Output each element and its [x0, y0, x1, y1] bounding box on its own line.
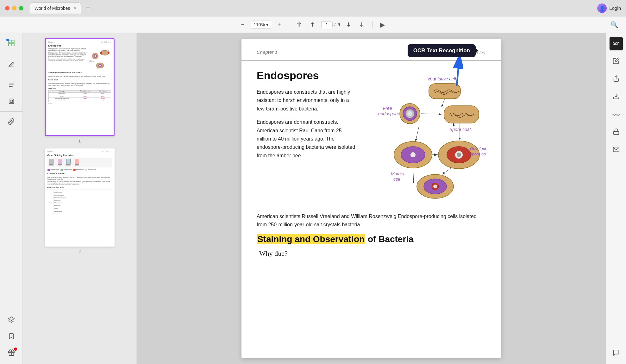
login-label: Login: [609, 5, 621, 11]
zoom-level: 110%: [254, 22, 265, 27]
paperclip-icon: [8, 118, 15, 127]
sidebar-item-bookmark[interactable]: [4, 330, 18, 344]
svg-text:Glomeromycota: Glomeromycota: [54, 202, 62, 204]
tab-title: World of Microbes: [34, 6, 70, 11]
maximize-window-button[interactable]: [19, 6, 23, 10]
bookmark-icon: [8, 333, 15, 341]
present-button[interactable]: ▶: [378, 20, 387, 30]
svg-line-76: [421, 114, 441, 114]
svg-text:Neocallimastigomycota: Neocallimastigomycota: [54, 197, 66, 198]
nav-last-button[interactable]: ⇊: [357, 20, 367, 29]
zoom-in-icon: +: [278, 21, 281, 28]
svg-text:Fungi: Fungi: [49, 202, 52, 204]
share-icon: [613, 75, 620, 84]
section-heading: Staining and Observation of Bacteria: [257, 234, 486, 244]
thumbnail-number-1: 1: [78, 139, 81, 143]
document-area: OCR Text Recognition Chapter 1 BACTERIA: [137, 33, 606, 364]
download-icon: [613, 93, 620, 101]
paragraph-2: Endospores are dormant constructs. Ameri…: [257, 118, 355, 160]
close-window-button[interactable]: [5, 6, 9, 10]
svg-rect-1: [12, 40, 14, 43]
main-layout: Chapter 1 BACTERIA Endospores Endospores…: [0, 33, 626, 364]
page-separator: /: [335, 22, 336, 27]
chevron-down-icon: ▾: [266, 22, 268, 27]
svg-text:Spore coat: Spore coat: [449, 127, 471, 132]
page-input[interactable]: [321, 21, 333, 28]
nav-prev-button[interactable]: ⬆: [308, 20, 317, 29]
search-button[interactable]: 🔍: [610, 21, 618, 28]
nav-next-button[interactable]: ⬇: [344, 20, 354, 29]
svg-text:Free: Free: [383, 106, 392, 111]
svg-text:Mother: Mother: [391, 171, 405, 176]
login-area[interactable]: 👤 Login: [597, 3, 621, 13]
tab-close-icon[interactable]: ×: [74, 6, 77, 10]
sidebar-item-attachments[interactable]: [4, 115, 18, 129]
zoom-out-button[interactable]: −: [239, 20, 247, 29]
svg-text:Blastocladiomycota: Blastocladiomycota: [54, 195, 64, 196]
sidebar-item-stamps[interactable]: [4, 95, 18, 109]
svg-text:Ascomycota: Ascomycota: [54, 205, 60, 206]
lock-button[interactable]: [609, 125, 623, 139]
sidebar-item-layers[interactable]: [4, 313, 18, 327]
page-body: Endospores Endospores are constructs tha…: [241, 60, 501, 212]
nav-first-button[interactable]: ⇈: [294, 20, 304, 29]
pdf-button[interactable]: PDF/A: [609, 108, 623, 122]
tab-world-of-microbes[interactable]: World of Microbes ×: [30, 3, 81, 14]
thumbnail-item-2[interactable]: Chapter 1 BACTERIA Gram Staining Procedu…: [45, 148, 115, 254]
download-button[interactable]: [609, 90, 623, 104]
svg-line-47: [441, 99, 445, 107]
svg-rect-0: [9, 40, 11, 43]
svg-text:Developing: Developing: [470, 146, 486, 151]
dot-indicator: [6, 39, 9, 41]
chapter-label: Chapter 1: [257, 49, 278, 55]
page-title: Endospores: [257, 69, 355, 82]
svg-line-77: [416, 125, 419, 141]
svg-rect-7: [9, 99, 14, 104]
svg-line-71: [413, 168, 414, 183]
svg-point-65: [457, 153, 461, 157]
search-icon: 🔍: [610, 21, 618, 28]
sidebar-item-thumbnails[interactable]: [4, 37, 18, 51]
mail-button[interactable]: [609, 143, 623, 157]
window-controls: [5, 6, 23, 10]
edit-icon: [613, 57, 620, 66]
thumbnail-panel: Chapter 1 BACTERIA Endospores Endospores…: [23, 33, 137, 364]
tab-add-button[interactable]: +: [84, 4, 92, 13]
edit-button[interactable]: [609, 54, 623, 68]
thumbnail-item-1[interactable]: Chapter 1 BACTERIA Endospores Endospores…: [45, 38, 115, 143]
sidebar-item-pen[interactable]: [4, 58, 18, 72]
pen-icon: [8, 61, 15, 70]
zoom-dropdown[interactable]: 110% ▾: [251, 21, 271, 29]
left-sidebar: [0, 33, 23, 364]
comment-button[interactable]: [609, 346, 623, 360]
zoom-in-button[interactable]: +: [275, 20, 284, 29]
gift-icon: [8, 349, 15, 358]
share-button[interactable]: [609, 72, 623, 86]
thumb-title-1: Endospores: [48, 44, 111, 47]
page-indicator: / 6: [321, 21, 340, 28]
svg-text:Chytridiomycota: Chytridiomycota: [54, 192, 62, 193]
minimize-window-button[interactable]: [12, 6, 16, 10]
svg-point-75: [433, 185, 437, 188]
ocr-label: OCR: [612, 42, 619, 46]
divider-2: [372, 21, 372, 28]
svg-point-23: [99, 65, 101, 66]
right-sidebar: OCR: [606, 33, 626, 364]
ocr-button[interactable]: OCR: [609, 37, 623, 51]
thumbnail-number-2: 2: [78, 249, 81, 254]
total-pages: 6: [337, 22, 340, 27]
svg-text:Mother cell: Mother cell: [97, 68, 102, 70]
svg-text:Zygomycota: Zygomycota: [54, 200, 60, 201]
svg-text:endospore: endospore: [378, 111, 399, 116]
paragraph-1: Endospores are constructs that are highl…: [257, 88, 355, 113]
page-text: Endospores Endospores are constructs tha…: [257, 69, 355, 204]
svg-text:Vegetative cell: Vegetative cell: [101, 49, 109, 51]
paragraph-3: American scientists Russell Vreeland and…: [257, 212, 486, 229]
svg-line-79: [442, 168, 451, 174]
sidebar-item-outline[interactable]: [4, 78, 18, 92]
svg-text:Vegetative cell: Vegetative cell: [427, 76, 456, 81]
thumb-content-1: Chapter 1 BACTERIA Endospores Endospores…: [46, 39, 114, 107]
svg-point-61: [410, 152, 416, 157]
ocr-tooltip-label: OCR Text Recognition: [413, 47, 470, 53]
sidebar-item-gift[interactable]: [4, 346, 18, 360]
